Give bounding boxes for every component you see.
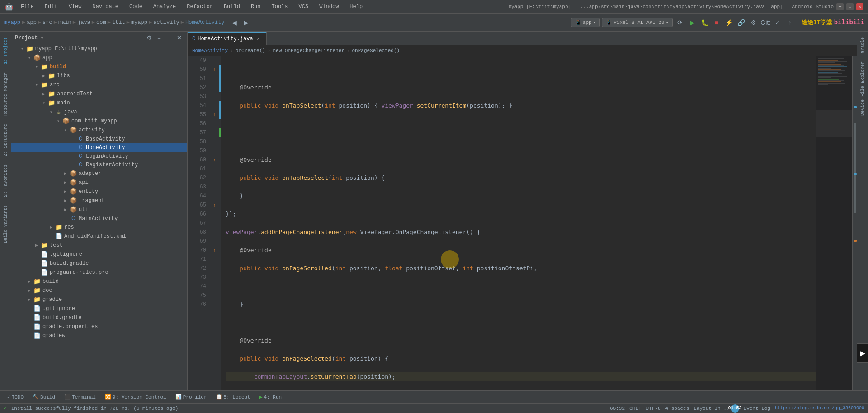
- eb-oncreate[interactable]: onCreate(): [236, 48, 265, 53]
- tree-item-mainactivity[interactable]: ▶ C MainActivity: [11, 214, 187, 223]
- panel-close-icon[interactable]: ✕: [175, 33, 184, 42]
- tree-item-gradle-properties[interactable]: ▶ 📄 gradle.properties: [11, 322, 187, 331]
- tree-item-gradle[interactable]: ▶ 📁 gradle: [11, 295, 187, 304]
- vtab-structure[interactable]: Z: Structure: [1, 120, 10, 160]
- tab-logcat[interactable]: 📋 5: Logcat: [212, 393, 254, 401]
- breadcrumb-activity[interactable]: activity: [153, 19, 179, 26]
- menu-help[interactable]: Help: [346, 2, 366, 11]
- device-selector[interactable]: 📱 Pixel 3 XL API 29 ▾: [602, 18, 673, 27]
- tree-item-adapter[interactable]: ▶ 📦 adapter: [11, 169, 187, 178]
- tree-item-libs[interactable]: ▶ 📁 libs: [11, 71, 187, 80]
- menu-navigate[interactable]: Navigate: [89, 2, 122, 11]
- tree-item-buildgradle-app[interactable]: ▶ 📄 build.gradle: [11, 259, 187, 268]
- tree-item-entity[interactable]: ▶ 📦 entity: [11, 187, 187, 196]
- vtab-project[interactable]: 1: Project: [1, 33, 10, 68]
- tree-item-src[interactable]: ▾ 📁 src: [11, 80, 187, 89]
- run-button[interactable]: ▶: [687, 17, 698, 28]
- tree-item-api[interactable]: ▶ 📦 api: [11, 178, 187, 187]
- menu-file[interactable]: File: [17, 2, 38, 11]
- menu-window[interactable]: Window: [316, 2, 342, 11]
- menu-view[interactable]: View: [65, 2, 85, 11]
- scrollbar-vertical[interactable]: [852, 56, 857, 390]
- tab-close-icon[interactable]: ✕: [255, 36, 262, 42]
- breadcrumb-homeactivity[interactable]: HomeActivity: [185, 19, 224, 26]
- breadcrumb-src[interactable]: src: [42, 19, 52, 26]
- tree-item-baseactivity[interactable]: ▶ C BaseActivity: [11, 135, 187, 143]
- eb-homeactivity[interactable]: HomeActivity: [192, 48, 228, 53]
- tree-item-java[interactable]: ▾ ☕ java: [11, 108, 187, 117]
- status-line-ending[interactable]: CRLF: [629, 406, 641, 411]
- tree-item-loginactivity[interactable]: ▶ C LoginActivity: [11, 152, 187, 160]
- status-indent[interactable]: 4 spaces: [665, 406, 689, 411]
- tree-item-activity[interactable]: ▾ 📦 activity: [11, 126, 187, 135]
- vtab-gradle[interactable]: Gradle: [859, 33, 867, 57]
- tab-version-control[interactable]: 🔀 9: Version Control: [101, 393, 170, 401]
- code-content[interactable]: @Override public void onTabSelect(int po…: [221, 56, 816, 390]
- breadcrumb-myapp[interactable]: myapp: [4, 19, 20, 26]
- tree-item-gitignore-app[interactable]: ▶ 📄 .gitignore: [11, 250, 187, 259]
- nav-forward-button[interactable]: ▶: [241, 17, 251, 28]
- settings-button[interactable]: ⚙: [748, 17, 759, 28]
- tab-build[interactable]: 🔨 Build: [29, 393, 59, 401]
- tree-item-gitignore-root[interactable]: ▶ 📄 .gitignore: [11, 304, 187, 313]
- vtab-favorites[interactable]: 2: Favorites: [1, 161, 10, 201]
- status-encoding[interactable]: UTF-8: [646, 406, 660, 411]
- menu-tools[interactable]: Tools: [268, 2, 292, 11]
- maximize-button[interactable]: □: [846, 3, 854, 10]
- eb-onpagechangelistener[interactable]: new OnPageChangeListener: [273, 48, 344, 53]
- menu-analyze[interactable]: Analyze: [150, 2, 179, 11]
- breadcrumb-myapp2[interactable]: myapp: [131, 19, 147, 26]
- breadcrumb-java[interactable]: java: [77, 19, 90, 26]
- tree-item-res[interactable]: ▶ 📁 res: [11, 223, 187, 232]
- tree-item-gradlew[interactable]: ▶ 📄 gradlew: [11, 331, 187, 340]
- debug-button[interactable]: 🐛: [699, 17, 710, 28]
- vtab-device-file-explorer[interactable]: Device File Explorer: [859, 58, 867, 119]
- app-module-selector[interactable]: 📱 app ▾: [571, 18, 600, 27]
- tree-item-homeactivity[interactable]: ▶ C HomeActivity: [11, 143, 187, 152]
- breadcrumb-app[interactable]: app: [27, 19, 37, 26]
- minimize-button[interactable]: —: [836, 3, 844, 10]
- status-position[interactable]: 66:32: [610, 406, 625, 411]
- event-log-button[interactable]: Event Log: [744, 406, 770, 411]
- tab-run[interactable]: ▶ 4: Run: [256, 393, 285, 401]
- tree-item-proguard[interactable]: ▶ 📄 proguard-rules.pro: [11, 268, 187, 277]
- blog-link[interactable]: https://blog.csdn.net/qq_33608000: [775, 406, 864, 411]
- menu-refactor[interactable]: Refactor: [183, 2, 217, 11]
- layout-inspector-button[interactable]: Layout In... 01:53: [693, 404, 739, 413]
- attach-button[interactable]: 🔗: [736, 17, 746, 28]
- tree-item-test[interactable]: ▶ 📁 test: [11, 241, 187, 250]
- tree-item-package[interactable]: ▾ 📦 com.ttit.myapp: [11, 117, 187, 126]
- make-project-button[interactable]: ⟳: [675, 17, 685, 28]
- tab-todo[interactable]: ✓ TODO: [4, 393, 27, 401]
- vtab-resource-manager[interactable]: Resource Manager: [1, 69, 10, 119]
- tree-item-buildgradle-root[interactable]: ▶ 📄 build.gradle: [11, 313, 187, 322]
- menu-edit[interactable]: Edit: [41, 2, 61, 11]
- menu-code[interactable]: Code: [126, 2, 146, 11]
- panel-settings-icon[interactable]: ⚙: [145, 33, 154, 42]
- menu-vcs[interactable]: VCS: [295, 2, 312, 11]
- editor-tab-homeactivity[interactable]: C HomeActivity.java ✕: [188, 32, 267, 45]
- tree-item-androidtest[interactable]: ▶ 📁 androidTest: [11, 89, 187, 99]
- tree-item-doc[interactable]: ▶ 📁 doc: [11, 286, 187, 295]
- tree-item-main[interactable]: ▾ 📁 main: [11, 99, 187, 108]
- git-commit-button[interactable]: ✓: [772, 17, 783, 28]
- menu-build[interactable]: Build: [220, 2, 244, 11]
- menu-run[interactable]: Run: [247, 2, 264, 11]
- panel-expand-icon[interactable]: —: [165, 33, 174, 42]
- breadcrumb-ttit[interactable]: ttit: [112, 19, 125, 26]
- minimap[interactable]: [816, 56, 852, 390]
- tree-item-util[interactable]: ▶ 📦 util: [11, 205, 187, 214]
- tree-item-app[interactable]: ▾ 📦 app: [11, 53, 187, 62]
- nav-back-button[interactable]: ◀: [229, 17, 240, 28]
- tree-item-build-root[interactable]: ▶ 📁 build: [11, 277, 187, 286]
- profile-button[interactable]: ⚡: [723, 17, 734, 28]
- tab-profiler[interactable]: 📊 Profiler: [172, 393, 211, 401]
- vtab-build-variants[interactable]: Build Variants: [1, 202, 10, 247]
- breadcrumb-main[interactable]: main: [58, 19, 71, 26]
- tab-terminal[interactable]: ⬛ Terminal: [61, 393, 99, 401]
- stop-button[interactable]: ■: [711, 17, 722, 28]
- tree-item-myapp[interactable]: ▾ 📁 myapp E:\ttit\myapp: [11, 44, 187, 53]
- tree-item-manifest[interactable]: ▶ 📄 AndroidManifest.xml: [11, 232, 187, 241]
- git-push-button[interactable]: ↑: [784, 17, 795, 28]
- tree-item-build[interactable]: ▾ 📁 build: [11, 62, 187, 71]
